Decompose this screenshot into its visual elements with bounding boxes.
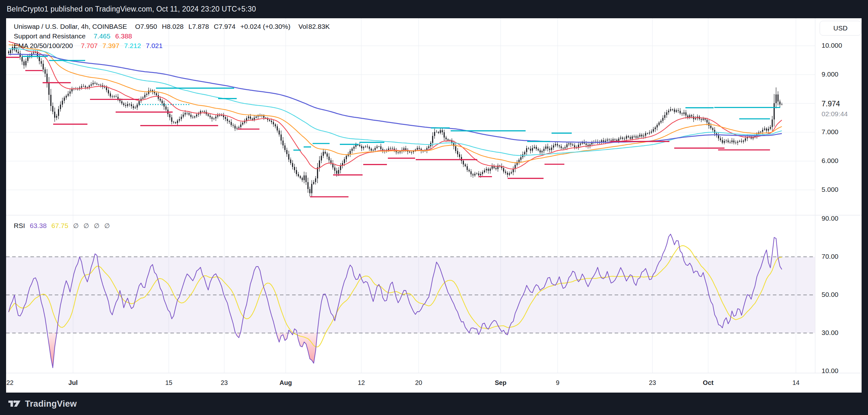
rsi-value: 63.38 <box>30 222 47 230</box>
attribution-text: BeInCrypto1 published on TradingView.com… <box>7 5 256 13</box>
legend: Uniswap / U.S. Dollar, 4h, COINBASE O7.9… <box>14 23 330 52</box>
tradingview-brand-text: TradingView <box>25 399 77 409</box>
symbol-legend-row[interactable]: Uniswap / U.S. Dollar, 4h, COINBASE O7.9… <box>14 23 330 32</box>
rsi-axis-label: 50.00 <box>822 291 839 298</box>
volume-value: 82.83K <box>308 23 330 30</box>
time-axis-label: Aug <box>280 379 292 386</box>
time-axis-label: 22 <box>6 379 13 386</box>
chart-frame: Uniswap / U.S. Dollar, 4h, COINBASE O7.9… <box>6 18 862 392</box>
chart-canvas[interactable] <box>6 18 862 392</box>
price-axis-label: 5.000 <box>822 186 839 193</box>
price-axis-label: 10.000 <box>822 42 842 49</box>
time-axis-label: 23 <box>649 379 656 386</box>
time-axis-label: 14 <box>793 379 800 386</box>
tradingview-logo-icon <box>8 399 21 408</box>
rsi-axis-label: 10.00 <box>822 367 839 375</box>
ohlc-low: L7.878 <box>188 23 209 30</box>
currency-toggle-button[interactable]: USD <box>819 21 861 36</box>
time-axis-label: 15 <box>165 379 172 386</box>
price-axis-label: 9.000 <box>822 70 839 78</box>
volume-label: Vol <box>299 23 308 30</box>
ema20-value: 7.707 <box>81 42 98 50</box>
attribution-bar: BeInCrypto1 published on TradingView.com… <box>0 0 868 18</box>
rsi-axis-label: 70.00 <box>822 253 839 260</box>
rsi-ma-value: 67.75 <box>52 222 68 230</box>
time-axis-label: 12 <box>358 379 365 386</box>
screen: BeInCrypto1 published on TradingView.com… <box>0 0 868 415</box>
bar-countdown: 02:09:44 <box>822 110 848 118</box>
time-scale[interactable] <box>6 373 862 392</box>
time-axis-label: 9 <box>556 379 559 386</box>
empty-set-icon: ∅ <box>84 222 89 230</box>
ohlc-close: C7.974 <box>214 23 236 30</box>
rsi-axis-label: 90.00 <box>822 215 839 222</box>
current-price-value: 7.974 <box>822 100 848 108</box>
current-price-label: 7.974 02:09:44 <box>822 100 848 118</box>
currency-toggle-label: USD <box>833 24 847 32</box>
ohlc-high: H8.028 <box>162 23 184 30</box>
ema100-value: 7.212 <box>124 42 141 50</box>
ema200-value: 7.021 <box>146 42 163 50</box>
time-axis-label: 20 <box>415 379 422 386</box>
ema50-value: 7.397 <box>102 42 120 50</box>
empty-set-icon: ∅ <box>94 222 99 230</box>
time-axis-label: Sep <box>495 379 507 386</box>
ema-legend-row[interactable]: EMA 20/50/100/200 7.707 7.397 7.212 7.02… <box>14 42 330 52</box>
symbol-title: Uniswap / U.S. Dollar, 4h, COINBASE <box>14 23 127 30</box>
time-axis-label: Jul <box>68 379 78 386</box>
price-change: +0.024 (+0.30%) <box>240 23 290 30</box>
rsi-legend-row[interactable]: RSI 63.38 67.75 ∅ ∅ ∅ ∅ <box>14 222 110 230</box>
sr-support-value: 6.388 <box>115 32 132 40</box>
footer: TradingView <box>0 392 868 415</box>
ema-indicator-title: EMA 20/50/100/200 <box>14 42 73 50</box>
rsi-indicator-title: RSI <box>14 222 25 230</box>
rsi-axis-label: 30.00 <box>822 329 839 337</box>
sr-indicator-title: Support and Resistance <box>14 32 86 40</box>
price-axis-label: 6.000 <box>822 157 839 165</box>
empty-set-icon: ∅ <box>73 222 79 230</box>
ohlc-open: O7.950 <box>135 23 157 30</box>
time-axis-label: 23 <box>221 379 228 386</box>
empty-set-icon: ∅ <box>104 222 110 230</box>
sr-legend-row[interactable]: Support and Resistance 7.465 6.388 <box>14 32 330 42</box>
price-axis-label: 7.000 <box>822 128 839 136</box>
sr-resistance-value: 7.465 <box>94 32 111 40</box>
time-axis-label: Oct <box>703 379 713 386</box>
